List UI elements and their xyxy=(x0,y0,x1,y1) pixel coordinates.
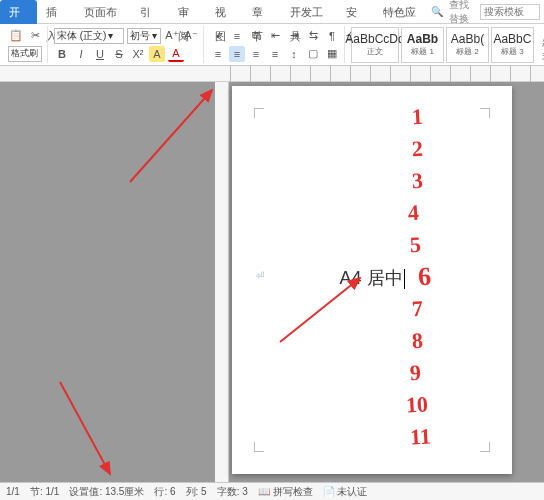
ruler-vertical[interactable] xyxy=(215,82,229,482)
style-normal[interactable]: AaBbCcDd正文 xyxy=(351,27,399,63)
text-cursor xyxy=(404,269,405,289)
indent-decrease-button[interactable]: ⇤ xyxy=(267,28,283,44)
style-heading1[interactable]: AaBb标题 1 xyxy=(401,27,444,63)
menu-tab-bar: 开始 插入 页面布局 引用 审阅 视图 章节 开发工具 安全 特色应用 🔍 查找… xyxy=(0,0,544,24)
align-center-button[interactable]: ≡ xyxy=(229,46,245,62)
shrink-font-button[interactable]: A⁻ xyxy=(183,28,199,44)
show-marks-button[interactable]: ¶ xyxy=(324,28,340,44)
status-column[interactable]: 列: 5 xyxy=(186,485,207,499)
tab-special[interactable]: 特色应用 xyxy=(374,0,431,24)
template-search-input[interactable] xyxy=(480,4,540,20)
status-section[interactable]: 节: 1/1 xyxy=(30,485,59,499)
status-spellcheck[interactable]: 📖 拼写检查 xyxy=(258,485,313,499)
style-heading2[interactable]: AaBb(标题 2 xyxy=(446,27,489,63)
svg-line-2 xyxy=(60,382,110,474)
status-line[interactable]: 行: 6 xyxy=(154,485,175,499)
font-size-select[interactable]: 初号▾ xyxy=(127,28,161,44)
ribbon-group-styles: AaBbCcDd正文 AaBb标题 1 AaBb(标题 2 AaBbC标题 3 … xyxy=(347,26,544,63)
search-icon: 🔍 xyxy=(431,6,443,17)
align-justify-button[interactable]: ≡ xyxy=(267,46,283,62)
ribbon-toolbar: 📋 ✂ 格式刷 宋体 (正文)▾ 初号▾ A⁺ A⁻ B I U S X² A … xyxy=(0,24,544,66)
paste-button[interactable]: 📋 xyxy=(8,28,24,44)
margin-corner-tr xyxy=(480,108,490,118)
ruler-horizontal[interactable] xyxy=(0,66,544,82)
tab-home[interactable]: 开始 xyxy=(0,0,37,24)
shading-button[interactable]: ▢ xyxy=(305,46,321,62)
underline-button[interactable]: U xyxy=(92,46,108,62)
align-left-button[interactable]: ≡ xyxy=(210,46,226,62)
style-heading3[interactable]: AaBbC标题 3 xyxy=(491,27,534,63)
ribbon-group-font: 宋体 (正文)▾ 初号▾ A⁺ A⁻ B I U S X² A A xyxy=(50,26,204,63)
cut-button[interactable]: ✂ xyxy=(27,28,43,44)
multilevel-button[interactable]: ⧉ xyxy=(248,28,264,44)
status-page[interactable]: 1/1 xyxy=(6,486,20,497)
document-body-text[interactable]: A4 居中 xyxy=(232,266,512,290)
document-workspace: ⏎ A4 居中 1 2 3 4 5 6 7 8 9 10 11 xyxy=(0,82,544,482)
indent-increase-button[interactable]: ⇥ xyxy=(286,28,302,44)
highlight-button[interactable]: A xyxy=(149,46,165,62)
superscript-button[interactable]: X² xyxy=(130,46,146,62)
font-family-select[interactable]: 宋体 (正文)▾ xyxy=(54,28,124,44)
bullets-button[interactable]: • xyxy=(210,28,226,44)
tab-references[interactable]: 引用 xyxy=(131,0,168,24)
ribbon-group-clipboard: 📋 ✂ 格式刷 xyxy=(4,26,48,63)
numbering-button[interactable]: ≡ xyxy=(229,28,245,44)
status-word-count[interactable]: 字数: 3 xyxy=(217,485,248,499)
new-style-button[interactable]: A̲新样式 xyxy=(536,27,544,63)
font-color-button[interactable]: A xyxy=(168,46,184,62)
status-bar: 1/1 节: 1/1 设置值: 13.5厘米 行: 6 列: 5 字数: 3 📖… xyxy=(0,482,544,500)
tab-insert[interactable]: 插入 xyxy=(37,0,74,24)
status-auth[interactable]: 📄 未认证 xyxy=(323,485,368,499)
status-position[interactable]: 设置值: 13.5厘米 xyxy=(69,485,144,499)
chevron-down-icon: ▾ xyxy=(152,30,157,41)
chevron-down-icon: ▾ xyxy=(108,30,113,41)
line-spacing-button[interactable]: ↕ xyxy=(286,46,302,62)
tab-developer[interactable]: 开发工具 xyxy=(281,0,338,24)
tab-review[interactable]: 审阅 xyxy=(169,0,206,24)
strike-button[interactable]: S xyxy=(111,46,127,62)
document-page[interactable]: ⏎ A4 居中 1 2 3 4 5 6 7 8 9 10 11 xyxy=(232,86,512,474)
tab-settings-button[interactable]: ⇆ xyxy=(305,28,321,44)
ribbon-group-paragraph: • ≡ ⧉ ⇤ ⇥ ⇆ ¶ ≡ ≡ ≡ ≡ ↕ ▢ ▦ xyxy=(206,26,345,63)
align-right-button[interactable]: ≡ xyxy=(248,46,264,62)
tab-view[interactable]: 视图 xyxy=(206,0,243,24)
tab-security[interactable]: 安全 xyxy=(337,0,374,24)
find-replace-link[interactable]: 查找替换 xyxy=(449,0,474,26)
tab-layout[interactable]: 页面布局 xyxy=(75,0,132,24)
ruler-scale xyxy=(230,66,539,82)
italic-button[interactable]: I xyxy=(73,46,89,62)
format-painter-button[interactable]: 格式刷 xyxy=(8,46,42,62)
borders-button[interactable]: ▦ xyxy=(324,46,340,62)
margin-corner-tl xyxy=(254,108,264,118)
bold-button[interactable]: B xyxy=(54,46,70,62)
tab-sections[interactable]: 章节 xyxy=(243,0,280,24)
grow-font-button[interactable]: A⁺ xyxy=(164,28,180,44)
margin-corner-br xyxy=(480,442,490,452)
svg-line-0 xyxy=(130,90,212,182)
margin-corner-bl xyxy=(254,442,264,452)
